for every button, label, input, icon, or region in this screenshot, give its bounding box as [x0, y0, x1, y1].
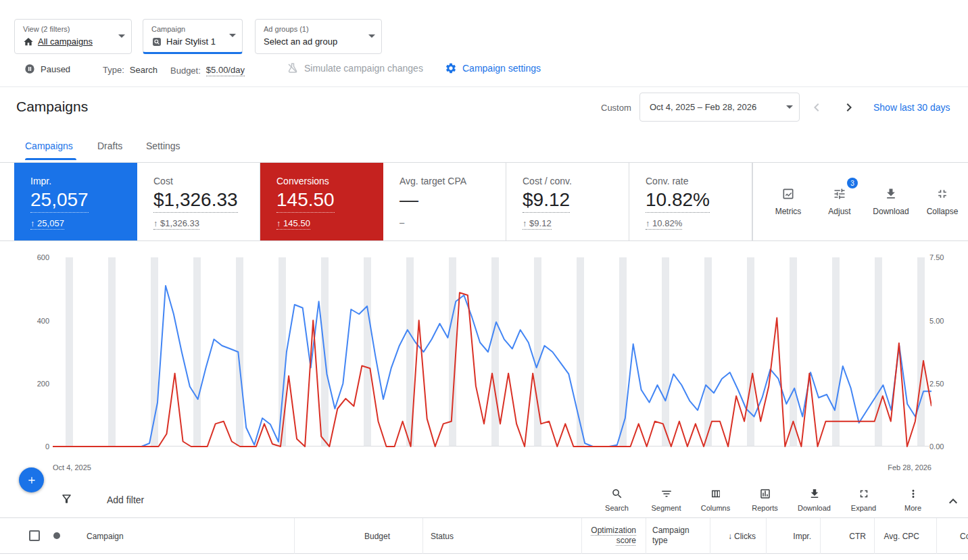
campaign-table-header: Campaign Budget Status Optimization scor…	[0, 518, 968, 554]
search-button[interactable]: Search	[592, 488, 642, 512]
add-filter-button[interactable]: Add filter	[107, 494, 144, 505]
scorecard-label: Avg. target CPA	[400, 175, 496, 187]
more-button[interactable]: More	[888, 488, 938, 512]
scorecard-value: 145.50	[276, 188, 335, 213]
column-separator	[820, 518, 821, 554]
column-header-campaign[interactable]: Campaign	[87, 531, 124, 542]
scorecard-impressions[interactable]: Impr. 25,057 ↑ 25,057	[14, 163, 137, 240]
segment-button[interactable]: Segment	[642, 488, 691, 512]
scorecard-conv-rate[interactable]: Conv. rate 10.82% ↑ 10.82%	[629, 163, 752, 240]
scorecard-label: Cost	[153, 175, 250, 187]
search-label: Search	[605, 504, 629, 512]
column-header-optimization-score[interactable]: Optimization score	[573, 526, 636, 546]
column-separator	[422, 518, 423, 554]
adgroup-filter-dropdown[interactable]: Ad groups (1) Select an ad group	[255, 19, 382, 54]
right-axis-tick: 7.50	[929, 253, 944, 262]
right-axis-tick: 2.50	[929, 379, 944, 388]
column-separator	[646, 518, 646, 554]
scorecard-actions: Metrics 3 Adjust Download Collapse	[752, 163, 968, 240]
columns-button[interactable]: Columns	[691, 488, 740, 512]
collapse-button[interactable]: Collapse	[917, 163, 967, 240]
columns-icon	[710, 488, 722, 500]
expand-icon	[858, 488, 870, 500]
column-header-ctr[interactable]: CTR	[813, 531, 866, 542]
status-paused: Paused	[24, 63, 70, 74]
next-range-button[interactable]	[841, 99, 857, 116]
reports-label: Reports	[752, 504, 778, 512]
x-axis-end-label: Feb 28, 2026	[888, 463, 931, 472]
column-header-status[interactable]: Status	[431, 531, 454, 542]
scorecard-avg-target-cpa[interactable]: Avg. target CPA — –	[383, 163, 506, 240]
campaign-search-icon	[151, 36, 162, 47]
view-filter-dropdown[interactable]: View (2 filters) All campaigns	[14, 19, 132, 54]
scorecard-label: Cost / conv.	[523, 175, 619, 187]
adjust-sliders-icon	[833, 187, 846, 201]
date-range-value: Oct 4, 2025 – Feb 28, 2026	[650, 102, 756, 112]
adgroup-filter-value: Select an ad group	[264, 35, 337, 49]
column-header-cost[interactable]: Cost	[960, 531, 968, 542]
x-axis-start-label: Oct 4, 2025	[53, 463, 91, 472]
column-separator	[710, 518, 710, 554]
sort-descending-icon: ↓	[728, 532, 732, 541]
scorecard-delta: ↑ $1,326.33	[153, 218, 199, 230]
select-all-checkbox[interactable]	[29, 530, 40, 541]
table-toolbar: Add filter Search Segment Columns Report…	[0, 482, 968, 518]
column-header-campaign-type[interactable]: Campaign type	[652, 526, 706, 546]
expand-button[interactable]: Expand	[839, 488, 888, 512]
scorecard-conversions[interactable]: Conversions 145.50 ↑ 145.50	[260, 163, 383, 240]
budget-label: Budget:	[170, 66, 201, 76]
more-vert-icon	[907, 488, 919, 500]
tab-drafts[interactable]: Drafts	[97, 141, 122, 151]
view-filter-value: All campaigns	[38, 35, 93, 49]
scorecard-delta: ↑ $9.12	[523, 218, 552, 230]
scorecard-cost[interactable]: Cost $1,326.33 ↑ $1,326.33	[137, 163, 260, 240]
simulate-label: Simulate campaign changes	[304, 63, 423, 74]
adjust-button[interactable]: 3 Adjust	[815, 163, 865, 240]
date-mode-label: Custom	[601, 103, 631, 113]
scorecards-row: Impr. 25,057 ↑ 25,057 Cost $1,326.33 ↑ $…	[14, 163, 752, 240]
date-range-picker[interactable]: Oct 4, 2025 – Feb 28, 2026	[639, 93, 800, 122]
left-axis-tick: 600	[0, 253, 49, 262]
campaign-filter-value: Hair Stylist 1	[166, 35, 216, 49]
column-separator	[294, 518, 295, 554]
reports-icon	[759, 488, 771, 500]
column-separator	[936, 518, 937, 554]
scorecard-value: —	[400, 188, 418, 212]
campaign-settings-button[interactable]: Campaign settings	[445, 62, 541, 74]
metrics-label: Metrics	[775, 207, 802, 216]
scorecard-cost-per-conv[interactable]: Cost / conv. $9.12 ↑ $9.12	[506, 163, 629, 240]
download-label: Download	[798, 504, 831, 512]
table-actions: Search Segment Columns Reports Download …	[592, 488, 938, 512]
simulate-icon	[287, 62, 299, 74]
download-table-button[interactable]: Download	[790, 488, 839, 512]
tab-campaigns[interactable]: Campaigns	[25, 141, 73, 151]
column-header-budget[interactable]: Budget	[294, 531, 390, 542]
collapse-label: Collapse	[927, 207, 959, 216]
previous-range-button[interactable]	[808, 99, 825, 116]
show-last-30-days-link[interactable]: Show last 30 days	[873, 102, 950, 113]
column-separator	[874, 518, 875, 554]
campaign-budget-info: Budget: $5.00/day	[170, 65, 245, 76]
metrics-button[interactable]: Metrics	[763, 163, 813, 240]
scorecard-strip: Impr. 25,057 ↑ 25,057 Cost $1,326.33 ↑ $…	[0, 162, 968, 241]
campaign-filter-label: Campaign	[151, 24, 222, 34]
column-header-clicks[interactable]: ↓Clicks	[703, 531, 756, 542]
add-campaign-fab[interactable]	[19, 467, 44, 492]
type-value: Search	[130, 65, 158, 75]
budget-value[interactable]: $5.00/day	[206, 65, 245, 76]
paused-icon	[24, 63, 35, 74]
left-axis-tick: 0	[0, 442, 49, 451]
add-icon	[26, 475, 37, 486]
campaign-status-bar: Paused Type: Search Budget: $5.00/day Si…	[0, 62, 968, 78]
chevron-up-icon[interactable]	[945, 493, 961, 509]
columns-label: Columns	[701, 504, 730, 512]
column-separator	[766, 518, 767, 554]
status-column-icon	[53, 532, 60, 539]
reports-button[interactable]: Reports	[740, 488, 790, 512]
gear-icon	[445, 62, 457, 74]
tab-settings[interactable]: Settings	[146, 141, 180, 151]
campaign-filter-dropdown[interactable]: Campaign Hair Stylist 1	[143, 19, 243, 54]
scorecard-value: 25,057	[30, 188, 89, 213]
adgroup-filter-label: Ad groups (1)	[264, 24, 361, 34]
download-button[interactable]: Download	[866, 163, 916, 240]
